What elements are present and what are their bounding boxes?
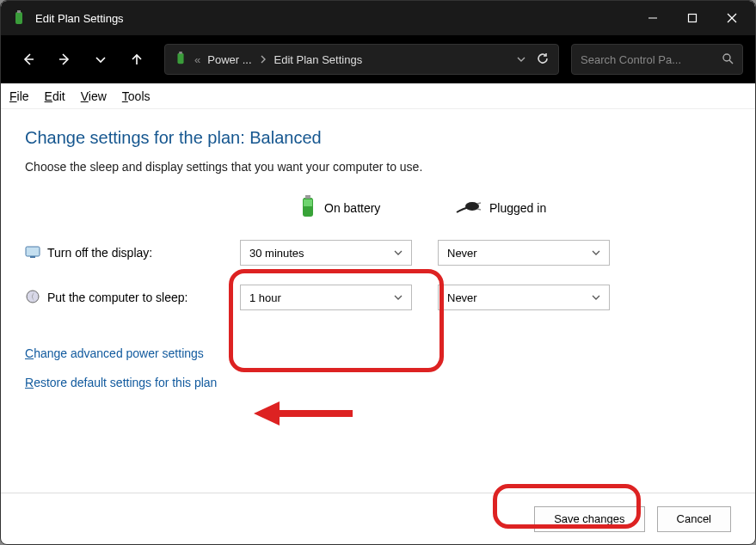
breadcrumb-item[interactable]: Edit Plan Settings (274, 53, 363, 66)
page-heading: Change settings for the plan: Balanced (25, 128, 731, 148)
chevron-down-icon (592, 293, 600, 302)
moon-icon (25, 289, 40, 307)
svg-point-21 (27, 291, 39, 303)
chevron-down-icon (394, 248, 403, 257)
battery-app-icon (11, 10, 27, 26)
address-bar[interactable]: « Power ... Edit Plan Settings (164, 44, 559, 75)
battery-icon (300, 194, 316, 221)
svg-rect-3 (689, 15, 697, 22)
svg-rect-20 (30, 256, 35, 258)
nav-up-button[interactable] (121, 44, 152, 75)
search-input[interactable]: Search Control Pa... (571, 44, 743, 75)
search-icon (722, 52, 734, 67)
search-placeholder: Search Control Pa... (581, 53, 681, 66)
cancel-button[interactable]: Cancel (657, 506, 731, 532)
refresh-button[interactable] (536, 52, 550, 68)
titlebar: Edit Plan Settings (1, 1, 755, 35)
column-header-battery: On battery (240, 194, 438, 221)
minimize-button[interactable] (633, 1, 673, 35)
plug-icon (455, 199, 481, 217)
close-button[interactable] (712, 1, 752, 35)
chevron-down-icon (592, 248, 600, 257)
save-button[interactable]: Save changes (534, 506, 644, 532)
svg-rect-15 (304, 199, 312, 206)
content-area: Change settings for the plan: Balanced C… (1, 109, 755, 493)
svg-line-18 (477, 209, 481, 210)
navbar: « Power ... Edit Plan Settings Search Co… (1, 35, 755, 83)
chevron-down-icon (394, 293, 403, 302)
breadcrumb-item[interactable]: Power ... (207, 53, 251, 66)
menu-view[interactable]: View (81, 89, 107, 103)
advanced-settings-link[interactable]: Change advanced power settings (25, 346, 204, 360)
display-icon (25, 244, 40, 262)
svg-rect-19 (26, 247, 40, 256)
maximize-button[interactable] (673, 1, 712, 35)
page-subtext: Choose the sleep and display settings th… (25, 160, 731, 174)
svg-rect-9 (177, 52, 183, 63)
display-plugged-dropdown[interactable]: Never (438, 240, 610, 266)
svg-rect-14 (305, 195, 310, 199)
row-label-display: Turn off the display: (25, 244, 240, 262)
breadcrumb-ellipsis: « (194, 53, 200, 66)
sleep-plugged-dropdown[interactable]: Never (438, 285, 610, 310)
svg-rect-0 (15, 12, 22, 24)
svg-rect-1 (17, 10, 21, 13)
restore-defaults-link[interactable]: Restore default settings for this plan (25, 376, 217, 389)
window-title: Edit Plan Settings (35, 12, 124, 25)
menu-tools[interactable]: Tools (122, 89, 151, 103)
svg-point-11 (723, 54, 730, 61)
svg-line-12 (729, 60, 733, 64)
battery-icon (174, 52, 187, 68)
nav-recent-button[interactable] (85, 44, 116, 75)
footer: Save changes Cancel (1, 493, 755, 544)
chevron-right-icon (259, 55, 267, 64)
svg-rect-10 (179, 52, 182, 54)
menu-file[interactable]: File (9, 89, 29, 103)
chevron-down-icon[interactable] (517, 55, 526, 64)
row-label-sleep: Put the computer to sleep: (25, 289, 240, 307)
column-header-plugged: Plugged in (438, 199, 610, 217)
nav-back-button[interactable] (13, 44, 44, 75)
sleep-battery-dropdown[interactable]: 1 hour (240, 285, 412, 310)
menu-edit[interactable]: Edit (45, 89, 65, 103)
svg-line-17 (477, 203, 481, 204)
nav-forward-button[interactable] (49, 44, 80, 75)
display-battery-dropdown[interactable]: 30 minutes (240, 240, 412, 266)
menu-bar: File Edit View Tools (1, 83, 755, 109)
